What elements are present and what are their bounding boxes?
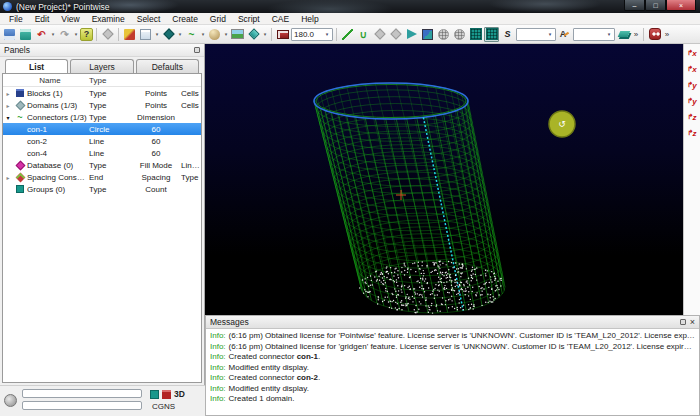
- solver-cube-icon[interactable]: [162, 390, 171, 399]
- status-input-2[interactable]: [22, 401, 142, 410]
- expander-icon[interactable]: ▾: [3, 114, 13, 121]
- window-title: (New Project)* Pointwise: [16, 2, 110, 12]
- sphere-icon[interactable]: [207, 27, 222, 42]
- empty-combo-2[interactable]: ▾: [573, 28, 615, 41]
- expander-icon[interactable]: ▸: [3, 102, 13, 109]
- panels-header: Panels: [0, 44, 204, 57]
- view-minus-y-button[interactable]: y: [685, 94, 699, 108]
- view-minus-x-button[interactable]: x: [685, 62, 699, 76]
- menu-view[interactable]: View: [55, 14, 85, 24]
- expander-icon[interactable]: ▸: [3, 174, 13, 181]
- gray-diamond-icon-2[interactable]: [372, 27, 387, 42]
- overflow-chevron-icon[interactable]: »: [632, 30, 640, 39]
- gem-icon[interactable]: [246, 27, 261, 42]
- messages-close-icon[interactable]: ×: [690, 318, 695, 327]
- tree-row-con-2[interactable]: con-2 Line 60: [3, 135, 201, 147]
- redo-caret-icon[interactable]: ▾: [73, 31, 79, 37]
- wedge-icon[interactable]: [404, 27, 419, 42]
- structured-grid-icon[interactable]: [468, 27, 483, 42]
- minimize-button[interactable]: –: [624, 0, 645, 11]
- status-input-1[interactable]: [22, 389, 142, 398]
- trackball-icon[interactable]: [4, 394, 17, 407]
- save-icon[interactable]: [2, 27, 17, 42]
- view-plus-z-button[interactable]: z: [685, 110, 699, 124]
- tab-layers[interactable]: Layers: [70, 59, 133, 73]
- tree-row-groups[interactable]: Groups (0) Type Count: [3, 183, 201, 195]
- angle-combo-caret-icon: ▾: [324, 31, 330, 37]
- diamond-caret-icon[interactable]: ▾: [177, 31, 183, 37]
- menu-select[interactable]: Select: [131, 14, 167, 24]
- redo-icon[interactable]: ↷: [57, 27, 72, 42]
- messages-pin-icon[interactable]: [680, 319, 686, 325]
- menu-edit[interactable]: Edit: [29, 14, 56, 24]
- teal-diamond-icon[interactable]: [161, 27, 176, 42]
- menu-script[interactable]: Script: [232, 14, 266, 24]
- toolbar-separator: [336, 28, 337, 41]
- examine-mask-icon[interactable]: [647, 27, 662, 42]
- menu-grid[interactable]: Grid: [204, 14, 232, 24]
- panel-tabs: List Layers Defaults: [0, 57, 204, 73]
- panels-panel: Panels List Layers Defaults Name Type ▸ …: [0, 44, 205, 385]
- 3d-viewport[interactable]: ↺: [205, 44, 683, 315]
- toolbar-separator: [643, 28, 644, 41]
- view-plus-y-button[interactable]: y: [685, 78, 699, 92]
- expander-icon[interactable]: ▸: [3, 90, 13, 97]
- gem-caret-icon[interactable]: ▾: [262, 31, 268, 37]
- paintbrush-icon[interactable]: [122, 27, 137, 42]
- tree-row-con-1[interactable]: con-1 Circle 60: [3, 123, 201, 135]
- help-icon[interactable]: ?: [80, 28, 93, 41]
- mesh-sphere-icon-2[interactable]: [452, 27, 467, 42]
- line-segment-icon[interactable]: [340, 27, 355, 42]
- tree-row-connectors[interactable]: ▾ ~ Connectors (1/3) Type Dimension: [3, 111, 201, 123]
- curve-icon[interactable]: ~: [184, 27, 199, 42]
- tab-list[interactable]: List: [5, 59, 68, 73]
- menu-file[interactable]: File: [3, 14, 29, 24]
- pin-icon[interactable]: [194, 47, 200, 53]
- log-line: Info:(6:16 pm) Obtained license for 'gri…: [210, 342, 695, 353]
- toolbar-separator: [96, 28, 97, 41]
- text-annotation-icon[interactable]: A: [557, 27, 572, 42]
- layers-icon[interactable]: [616, 27, 631, 42]
- database-icon: [13, 162, 27, 169]
- cae-format-label: CGNS: [152, 402, 175, 411]
- tree-row-spacing-constraints[interactable]: ▸ Spacing Constrai... End Spacing Type: [3, 171, 201, 183]
- empty-combo-1[interactable]: ▾: [516, 28, 556, 41]
- open-icon[interactable]: [18, 27, 33, 42]
- tree-row-blocks[interactable]: ▸ Blocks (1) Type Points Cells: [3, 87, 201, 99]
- menu-create[interactable]: Create: [166, 14, 204, 24]
- window-controls: – □ ×: [624, 0, 696, 11]
- gray-diamond-icon[interactable]: [100, 27, 115, 42]
- menu-help[interactable]: Help: [295, 14, 324, 24]
- sphere-caret-icon[interactable]: ▾: [223, 31, 229, 37]
- unstructured-grid-icon[interactable]: [484, 27, 499, 42]
- overflow-chevron-icon-2[interactable]: »: [663, 30, 671, 39]
- undo-caret-icon[interactable]: ▾: [50, 31, 56, 37]
- arc-icon[interactable]: ∪: [356, 27, 371, 42]
- undo-icon[interactable]: ↶: [34, 27, 49, 42]
- messages-title: Messages: [210, 317, 249, 327]
- tree-row-domains[interactable]: ▸ Domains (1/3) Type Points Cells: [3, 99, 201, 111]
- menu-cae[interactable]: CAE: [266, 14, 295, 24]
- mesh-sphere-icon[interactable]: [436, 27, 451, 42]
- tab-defaults[interactable]: Defaults: [136, 59, 199, 73]
- view-minus-z-button[interactable]: z: [685, 126, 699, 140]
- tree-row-con-4[interactable]: con-4 Line 60: [3, 147, 201, 159]
- solid-cube-icon[interactable]: [420, 27, 435, 42]
- curve-caret-icon[interactable]: ▾: [200, 31, 206, 37]
- grid-mode-icon[interactable]: [150, 390, 159, 399]
- maximize-button[interactable]: □: [645, 0, 666, 11]
- block-icon: [13, 89, 27, 97]
- tree-row-database[interactable]: Database (0) Type Fill Mode Line ...: [3, 159, 201, 171]
- menu-examine[interactable]: Examine: [86, 14, 131, 24]
- toolbar-separator: [271, 28, 272, 41]
- close-button[interactable]: ×: [666, 0, 696, 11]
- cube-caret-icon[interactable]: ▾: [154, 31, 160, 37]
- angle-combo[interactable]: 180.0 ▾: [291, 28, 333, 41]
- cube-outline-icon[interactable]: [138, 27, 153, 42]
- view-plus-x-button[interactable]: x: [685, 46, 699, 60]
- dimension-label: 3D: [174, 389, 185, 399]
- image-icon[interactable]: [230, 27, 245, 42]
- gray-diamond-icon-3[interactable]: [388, 27, 403, 42]
- connector-link-icon[interactable]: S: [500, 27, 515, 42]
- angle-display-icon[interactable]: [275, 27, 290, 42]
